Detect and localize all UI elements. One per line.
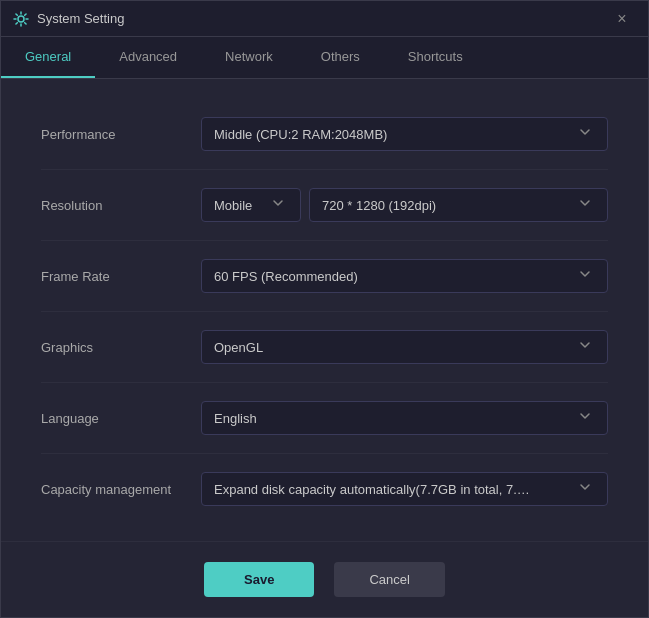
resolution-label: Resolution — [41, 198, 201, 213]
resolution-size-value: 720 * 1280 (192dpi) — [322, 198, 571, 213]
resolution-control: Mobile 720 * 1280 (192dpi) — [201, 188, 608, 222]
language-value: English — [214, 411, 571, 426]
system-setting-window: System Setting × General Advanced Networ… — [0, 0, 649, 618]
resolution-row: Resolution Mobile 720 * 1280 (192dpi) — [41, 170, 608, 241]
capacity-control: Expand disk capacity automatically(7.7GB… — [201, 472, 608, 506]
svg-point-0 — [18, 16, 24, 22]
capacity-label: Capacity management — [41, 482, 201, 497]
window-title: System Setting — [37, 11, 608, 26]
tab-general[interactable]: General — [1, 37, 95, 78]
resolution-size-dropdown[interactable]: 720 * 1280 (192dpi) — [309, 188, 608, 222]
settings-icon — [13, 11, 29, 27]
language-control: English — [201, 401, 608, 435]
resolution-type-chevron-icon — [272, 197, 288, 213]
save-button[interactable]: Save — [204, 562, 314, 597]
framerate-chevron-icon — [579, 268, 595, 284]
cancel-button[interactable]: Cancel — [334, 562, 444, 597]
language-chevron-icon — [579, 410, 595, 426]
resolution-size-chevron-icon — [579, 197, 595, 213]
framerate-row: Frame Rate 60 FPS (Recommended) — [41, 241, 608, 312]
tab-bar: General Advanced Network Others Shortcut… — [1, 37, 648, 79]
language-row: Language English — [41, 383, 608, 454]
settings-content: Performance Middle (CPU:2 RAM:2048MB) Re… — [1, 79, 648, 541]
footer: Save Cancel — [1, 541, 648, 617]
resolution-type-dropdown[interactable]: Mobile — [201, 188, 301, 222]
resolution-type-value: Mobile — [214, 198, 264, 213]
graphics-control: OpenGL — [201, 330, 608, 364]
framerate-dropdown[interactable]: 60 FPS (Recommended) — [201, 259, 608, 293]
performance-row: Performance Middle (CPU:2 RAM:2048MB) — [41, 99, 608, 170]
performance-chevron-icon — [579, 126, 595, 142]
close-button[interactable]: × — [608, 5, 636, 33]
tab-shortcuts[interactable]: Shortcuts — [384, 37, 487, 78]
capacity-row: Capacity management Expand disk capacity… — [41, 454, 608, 524]
tab-network[interactable]: Network — [201, 37, 297, 78]
title-bar: System Setting × — [1, 1, 648, 37]
framerate-value: 60 FPS (Recommended) — [214, 269, 571, 284]
performance-dropdown[interactable]: Middle (CPU:2 RAM:2048MB) — [201, 117, 608, 151]
graphics-label: Graphics — [41, 340, 201, 355]
language-label: Language — [41, 411, 201, 426]
capacity-chevron-icon — [579, 481, 595, 497]
performance-value: Middle (CPU:2 RAM:2048MB) — [214, 127, 571, 142]
tab-advanced[interactable]: Advanced — [95, 37, 201, 78]
performance-label: Performance — [41, 127, 201, 142]
graphics-row: Graphics OpenGL — [41, 312, 608, 383]
framerate-label: Frame Rate — [41, 269, 201, 284]
graphics-chevron-icon — [579, 339, 595, 355]
capacity-value: Expand disk capacity automatically(7.7GB… — [214, 482, 534, 497]
performance-control: Middle (CPU:2 RAM:2048MB) — [201, 117, 608, 151]
tab-others[interactable]: Others — [297, 37, 384, 78]
graphics-dropdown[interactable]: OpenGL — [201, 330, 608, 364]
language-dropdown[interactable]: English — [201, 401, 608, 435]
graphics-value: OpenGL — [214, 340, 571, 355]
capacity-dropdown[interactable]: Expand disk capacity automatically(7.7GB… — [201, 472, 608, 506]
framerate-control: 60 FPS (Recommended) — [201, 259, 608, 293]
